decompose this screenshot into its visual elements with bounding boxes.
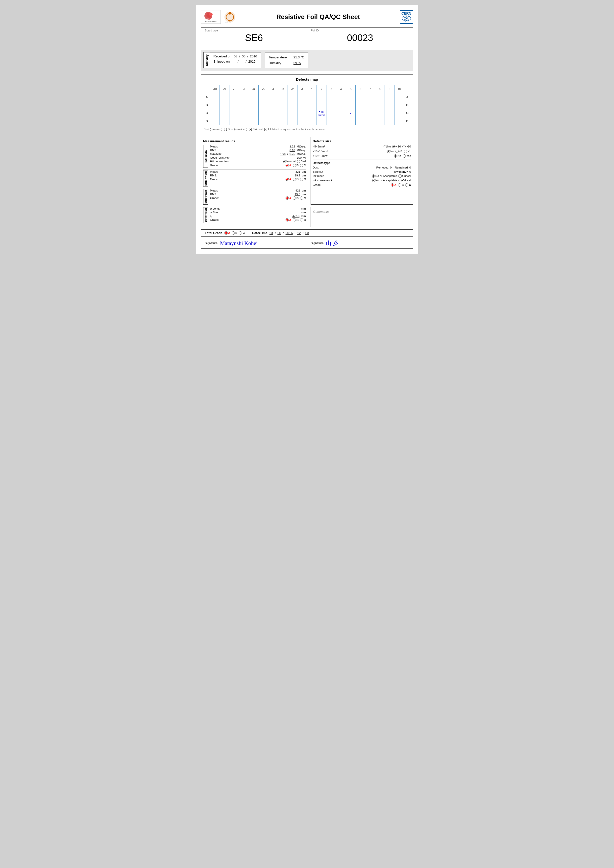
sw-grade-a[interactable]: A	[285, 178, 291, 181]
ink-bleed-acceptable[interactable]: No or Acceptable	[372, 174, 397, 178]
ink-squeeze-acceptable[interactable]: No or Acceptable	[372, 179, 397, 182]
header-logos: KOBE UNIVERSITY KOBE Science 東京大学	[201, 10, 237, 24]
ds2-gt1-radio[interactable]: >1	[404, 150, 411, 153]
kobe-logo: KOBE UNIVERSITY KOBE Science	[201, 10, 221, 24]
cell-d-n10	[210, 117, 220, 125]
total-grade-c[interactable]: C	[239, 231, 245, 234]
ink-squeeze-critical[interactable]: Critical	[398, 179, 411, 182]
total-grade-label: Total Grade	[205, 231, 222, 235]
defect-size-label-3: >10×10mm²	[313, 154, 394, 157]
defect-size-label-1: <5×5mm²	[313, 145, 384, 148]
cern-text: CERN	[402, 11, 411, 16]
hv-bad-radio[interactable]: Bad	[297, 160, 305, 163]
cell-d-8	[375, 117, 385, 125]
received-year: 2016	[250, 54, 257, 58]
svg-point-2	[209, 12, 212, 16]
col-6: 6	[356, 85, 365, 93]
dim-grade-a[interactable]: A	[285, 218, 291, 222]
cell-c-5: -	[346, 109, 355, 117]
delivery-content: Received on 03 / 06 / 2016 Shipped on __…	[210, 53, 261, 68]
dim-grade-label: Grade:	[210, 218, 219, 221]
ds3-yes-circle	[403, 154, 406, 158]
sp-rms-val: 15.8 um	[295, 193, 306, 196]
cell-a-n5	[258, 93, 268, 101]
sw-grade-c-circle	[300, 178, 303, 181]
ink-bleed-critical[interactable]: Critical	[398, 174, 411, 178]
grid-row-c: C • inkbleed	[204, 109, 411, 117]
res-maxmin-unit: MΩ/sq.	[297, 152, 306, 155]
sw-grade-a-dot	[286, 178, 288, 180]
cell-c-n9	[220, 109, 229, 117]
res-rms-label: RMS:	[210, 149, 217, 152]
dim-eta-label: η:	[210, 214, 212, 217]
defects-type-title: Defects type	[313, 160, 411, 165]
res-grade-b[interactable]: B	[293, 164, 298, 167]
resistivity-group: Resistivity Mean: 1.22 MΩ/sq. RMS: 0.18	[203, 145, 306, 168]
ds3-yes-radio[interactable]: Yes	[403, 154, 411, 158]
cell-b-5	[346, 101, 355, 109]
sp-mean-label: Mean:	[210, 189, 218, 192]
ds1-no-radio[interactable]: No	[384, 145, 391, 148]
res-rms-value: 0.18	[290, 149, 295, 152]
res-min-value: 0.75	[290, 152, 295, 155]
def-grade-a-circle	[391, 183, 394, 186]
res-grade-b-circle	[293, 164, 296, 167]
res-rms-val: 0.18 MΩ/sq.	[290, 149, 306, 152]
total-grade-c-circle	[239, 231, 242, 234]
res-mean-value: 1.22	[290, 145, 295, 148]
sw-grade-c[interactable]: C	[300, 178, 305, 181]
sw-grade-c-label: C	[304, 178, 305, 181]
res-grade-a[interactable]: A	[285, 164, 291, 167]
col-neg5: -5	[258, 85, 268, 93]
def-grade-c[interactable]: C	[405, 183, 411, 186]
humidity-label: Humidity	[269, 61, 291, 65]
res-hv-label: HV connection:	[210, 160, 229, 163]
ink-bleed-acc-label: No or Acceptable	[375, 174, 397, 177]
total-grade-b[interactable]: B	[232, 231, 237, 234]
sp-grade-a[interactable]: A	[285, 197, 291, 200]
ink-squeeze-label: Ink squeezeout	[313, 179, 333, 182]
col-neg10: -10	[210, 85, 220, 93]
ink-bleed-dot: •	[319, 110, 320, 113]
cell-b-3	[326, 101, 336, 109]
col-9: 9	[385, 85, 394, 93]
sw-mean-val: 321 um	[296, 170, 306, 173]
cell-c-6	[356, 109, 365, 117]
sp-grade-c[interactable]: C	[300, 197, 305, 200]
defect-size-label-2: <10×10mm²	[313, 150, 387, 153]
cell-d-n6	[249, 117, 258, 125]
hv-normal-radio[interactable]: Normal	[283, 160, 296, 163]
ds1-gt10-radio[interactable]: >10	[402, 145, 411, 148]
res-grade-label: Grade:	[210, 164, 219, 167]
def-grade-b[interactable]: B	[398, 183, 404, 186]
res-good-value: 100	[297, 156, 302, 159]
ds2-lt1-radio[interactable]: <1	[395, 150, 402, 153]
cell-c-7	[365, 109, 375, 117]
resistivity-mean-row: Mean: 1.22 MΩ/sq.	[210, 145, 306, 148]
dim-grade-c[interactable]: C	[300, 218, 305, 222]
sp-grade-b[interactable]: B	[293, 197, 298, 200]
ds3-no-circle	[394, 154, 397, 158]
dim-grade-radio: A B C	[285, 218, 306, 222]
def-grade-b-circle	[398, 183, 401, 186]
ink-bleed-acc-circle	[372, 174, 375, 178]
ds2-no-radio[interactable]: No	[387, 150, 394, 153]
tokyo-logo: 東京大学	[223, 10, 237, 24]
ds1-lt10-radio[interactable]: <10	[392, 145, 401, 148]
sw-grade-b[interactable]: B	[293, 178, 298, 181]
cell-a-n10	[210, 93, 220, 101]
time-hour: 12	[297, 231, 301, 235]
def-grade-a[interactable]: A	[391, 183, 397, 186]
sp-grade-row: Grade: A B C	[210, 197, 306, 200]
resistivity-rms-row: RMS: 0.18 MΩ/sq.	[210, 149, 306, 152]
resistivity-maxmin-row: Max/Min: 1.98 / 0.75 MΩ/sq.	[210, 152, 306, 155]
ds1-no-label: No	[387, 145, 391, 148]
resistivity-good-row: Good resistivity: 100 %	[210, 156, 306, 159]
col-neg1: -1	[297, 85, 307, 93]
dim-eta-value: 472.3	[292, 214, 299, 217]
res-grade-c[interactable]: C	[300, 164, 305, 167]
dim-grade-b[interactable]: B	[293, 218, 298, 222]
sw-rms-unit: um	[302, 174, 306, 177]
ds3-no-radio[interactable]: No	[394, 154, 401, 158]
total-grade-a[interactable]: A	[225, 231, 230, 234]
